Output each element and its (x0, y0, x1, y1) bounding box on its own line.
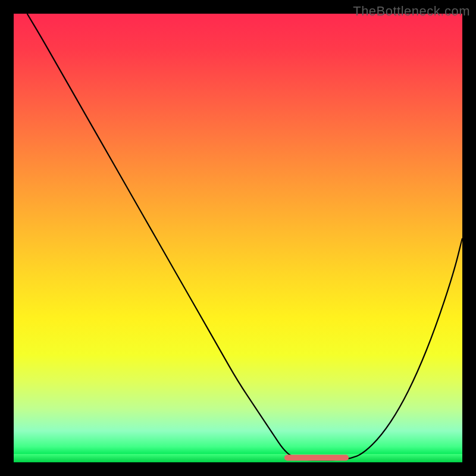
bottleneck-curve (27, 14, 462, 460)
watermark-text: TheBottleneck.com (353, 4, 470, 19)
plot-area (14, 14, 462, 462)
curve-svg (14, 14, 462, 462)
chart-frame: TheBottleneck.com (0, 0, 476, 476)
